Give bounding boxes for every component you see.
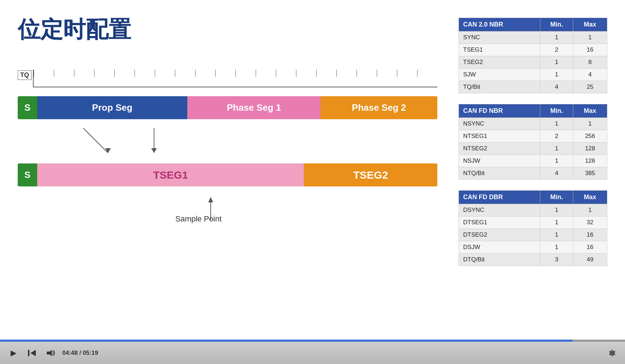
table-cell: 1 <box>540 216 573 229</box>
svg-line-0 <box>83 128 108 153</box>
table-cell: 1 <box>540 118 573 130</box>
volume-button[interactable] <box>44 347 57 359</box>
table-cell: DSYNC <box>459 204 540 216</box>
table-cell: 16 <box>573 44 607 56</box>
table-cell: 128 <box>573 155 607 167</box>
table-cell: TQ/Bit <box>459 81 540 93</box>
table-row: DTSEG2116 <box>459 229 607 241</box>
tables-area: CAN 2.0 NBR Min. Max SYNC11TSEG1216TSEG2… <box>459 14 607 333</box>
tq-ruler-container: TQ <box>18 70 437 87</box>
progress-bar-fill[interactable] <box>0 340 573 342</box>
table-cell: 3 <box>540 254 573 266</box>
table-cell: 1 <box>540 229 573 241</box>
tick <box>235 70 256 77</box>
canfdnbr-col-name: CAN FD NBR <box>459 104 540 118</box>
tq-label: TQ <box>18 70 32 80</box>
table-cell: NTSEG1 <box>459 130 540 143</box>
tick <box>175 70 195 77</box>
table-cell: 1 <box>573 204 607 216</box>
table-cell: 385 <box>573 167 607 180</box>
can20nbr-col-min: Min. <box>540 18 573 31</box>
table-cell: 1 <box>540 69 573 81</box>
svg-marker-7 <box>30 350 36 356</box>
table-row: TSEG1216 <box>459 44 607 56</box>
can20nbr-table: CAN 2.0 NBR Min. Max SYNC11TSEG1216TSEG2… <box>459 18 607 93</box>
skip-back-icon <box>27 348 37 358</box>
table-cell: TSEG1 <box>459 44 540 56</box>
progress-bar-container[interactable] <box>0 340 625 342</box>
table-row: DSYNC11 <box>459 204 607 216</box>
table-cell: 1 <box>540 241 573 254</box>
tick <box>397 70 417 77</box>
table-cell: SYNC <box>459 31 540 44</box>
canfdnbr-col-max: Max <box>573 104 607 118</box>
settings-button[interactable] <box>607 347 618 359</box>
tick <box>135 70 155 77</box>
time-display: 04:48 / 05:19 <box>62 349 98 357</box>
phase-seg2: Phase Seg 2 <box>320 96 437 119</box>
table-cell: 1 <box>540 143 573 155</box>
canfddbr-col-min: Min. <box>540 191 573 204</box>
tick <box>94 70 114 77</box>
svg-marker-8 <box>47 350 52 356</box>
prop-seg: Prop Seg <box>37 96 187 119</box>
sample-point-area: Sample Point <box>37 193 437 225</box>
table-cell: 8 <box>573 56 607 69</box>
tq-ruler <box>33 70 437 87</box>
volume-icon <box>45 348 55 358</box>
tick <box>155 70 175 77</box>
svg-marker-3 <box>151 148 157 153</box>
table-cell: TSEG2 <box>459 56 540 69</box>
tseg1: TSEG1 <box>37 163 304 186</box>
play-button[interactable]: ▶ <box>7 347 20 359</box>
video-controls: ▶ 04:48 / 05:19 <box>0 340 625 364</box>
table-row: NSYNC11 <box>459 118 607 130</box>
tick <box>54 70 74 77</box>
gear-icon <box>607 348 617 358</box>
table-cell: DSJW <box>459 241 540 254</box>
table-row: DTQ/Bit349 <box>459 254 607 266</box>
tq-ticks <box>34 70 437 87</box>
table-cell: DTSEG1 <box>459 216 540 229</box>
top-segment-row: S Prop Seg Phase Seg 1 Phase Seg 2 <box>18 96 437 119</box>
tick <box>276 70 296 77</box>
table-cell: 2 <box>540 44 573 56</box>
table-row: SJW14 <box>459 69 607 81</box>
table-cell: NTQ/Bit <box>459 167 540 180</box>
can20nbr-col-name: CAN 2.0 NBR <box>459 18 540 31</box>
tick <box>357 70 377 77</box>
table-cell: DTSEG2 <box>459 229 540 241</box>
table-cell: 1 <box>540 155 573 167</box>
table-cell: 32 <box>573 216 607 229</box>
sample-point-label: Sample Point <box>175 214 222 224</box>
table-cell: NSJW <box>459 155 540 167</box>
arrows-svg <box>37 126 437 156</box>
tick <box>296 70 316 77</box>
table-cell: NTSEG2 <box>459 143 540 155</box>
canfdnbr-table: CAN FD NBR Min. Max NSYNC11NTSEG12256NTS… <box>459 104 607 180</box>
tick <box>256 70 276 77</box>
table-cell: 1 <box>540 204 573 216</box>
tseg2: TSEG2 <box>304 163 437 186</box>
svg-rect-6 <box>28 350 29 356</box>
tick <box>195 70 215 77</box>
bottom-segment-row: S TSEG1 TSEG2 <box>18 163 437 186</box>
tick <box>114 70 135 77</box>
table-row: NSJW1128 <box>459 155 607 167</box>
table-cell: 16 <box>573 241 607 254</box>
table-cell: 25 <box>573 81 607 93</box>
page-title: 位定时配置 <box>18 14 437 45</box>
can20nbr-col-max: Max <box>573 18 607 31</box>
table-cell: SJW <box>459 69 540 81</box>
table-cell: 49 <box>573 254 607 266</box>
table-cell: 2 <box>540 130 573 143</box>
svg-marker-5 <box>208 197 213 202</box>
table-cell: 128 <box>573 143 607 155</box>
tick <box>377 70 397 77</box>
arrows-area <box>37 126 437 156</box>
tick <box>74 70 94 77</box>
tick <box>336 70 357 77</box>
skip-back-button[interactable] <box>25 347 38 359</box>
table-row: TQ/Bit425 <box>459 81 607 93</box>
tick <box>417 70 437 77</box>
